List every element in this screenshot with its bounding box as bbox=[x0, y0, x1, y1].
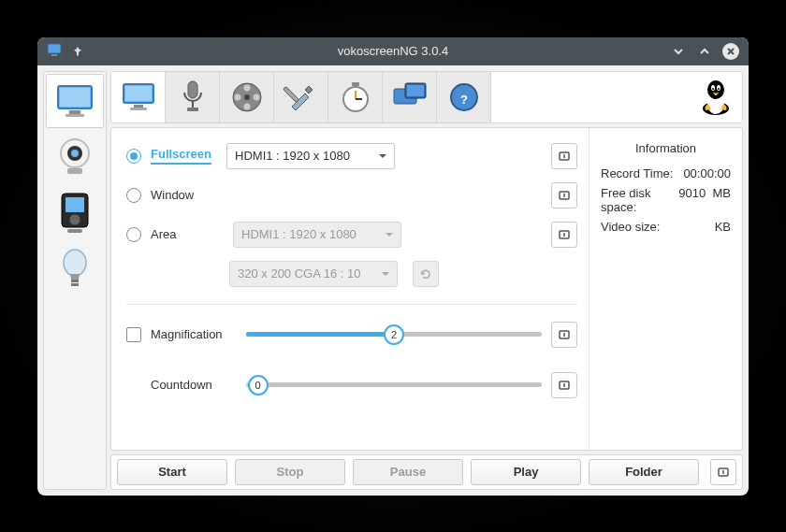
nav-webcam[interactable] bbox=[46, 130, 104, 184]
svg-rect-15 bbox=[71, 280, 79, 282]
monitor-icon bbox=[121, 81, 156, 113]
magnification-slider-thumb[interactable]: 2 bbox=[384, 324, 404, 345]
svg-point-45 bbox=[712, 88, 714, 90]
svg-rect-37 bbox=[407, 85, 424, 96]
tux-icon bbox=[700, 79, 732, 116]
svg-point-27 bbox=[253, 93, 259, 100]
screens-icon bbox=[392, 81, 428, 113]
magnification-help-button[interactable] bbox=[551, 322, 577, 348]
button-bar: Start Stop Pause Play Folder bbox=[110, 454, 743, 490]
nav-light[interactable] bbox=[46, 242, 104, 296]
svg-point-14 bbox=[64, 250, 86, 276]
countdown-slider-thumb[interactable]: 0 bbox=[248, 375, 269, 395]
pause-button: Pause bbox=[353, 459, 463, 485]
svg-point-12 bbox=[69, 214, 80, 225]
area-radio[interactable] bbox=[126, 227, 141, 242]
svg-rect-19 bbox=[134, 105, 143, 108]
free-space-value: 9010 bbox=[678, 186, 706, 200]
svg-rect-4 bbox=[69, 110, 80, 114]
area-label: Area bbox=[151, 227, 224, 241]
area-reset-button bbox=[413, 261, 439, 287]
svg-point-26 bbox=[243, 84, 250, 91]
reset-icon bbox=[419, 267, 432, 280]
titlebar: vokoscreenNG 3.0.4 bbox=[37, 37, 749, 65]
bulb-icon bbox=[58, 248, 92, 291]
video-size-label: Video size: bbox=[601, 220, 660, 234]
magnification-checkbox[interactable] bbox=[126, 327, 141, 342]
area-display-select: HDMI1 : 1920 x 1080 bbox=[233, 222, 401, 248]
info-panel: Information Record Time:00:00:00 Free di… bbox=[589, 128, 742, 450]
svg-point-42 bbox=[707, 80, 724, 99]
help-icon: ? bbox=[448, 81, 480, 113]
tab-codec[interactable] bbox=[220, 72, 274, 122]
area-help-button[interactable] bbox=[551, 222, 577, 248]
record-time-value: 00:00:00 bbox=[683, 166, 731, 180]
svg-rect-34 bbox=[352, 82, 359, 86]
fullscreen-label: Fullscreen bbox=[151, 147, 211, 165]
svg-rect-9 bbox=[67, 168, 82, 174]
window-radio[interactable] bbox=[126, 188, 141, 203]
svg-rect-16 bbox=[71, 283, 79, 286]
area-preset-select: 320 x 200 CGA 16 : 10 bbox=[229, 261, 398, 287]
clock-icon bbox=[339, 80, 372, 114]
tools-icon bbox=[284, 80, 318, 114]
fullscreen-radio[interactable] bbox=[126, 149, 141, 164]
free-space-unit: MB bbox=[713, 186, 732, 200]
stop-button: Stop bbox=[235, 459, 345, 485]
app-window: vokoscreenNG 3.0.4 bbox=[37, 37, 749, 496]
display-select[interactable]: HDMI1 : 1920 x 1080 bbox=[226, 143, 395, 169]
window-title: vokoscreenNG 3.0.4 bbox=[37, 44, 749, 58]
fullscreen-help-button[interactable] bbox=[551, 143, 577, 169]
monitor-icon bbox=[54, 82, 95, 120]
countdown-slider[interactable]: 0 bbox=[246, 374, 542, 396]
media-player-icon bbox=[58, 192, 92, 235]
window-label: Window bbox=[151, 188, 224, 202]
top-tabs: ? bbox=[110, 71, 743, 123]
svg-point-28 bbox=[243, 103, 250, 109]
play-button[interactable]: Play bbox=[471, 459, 581, 485]
free-space-label: Free disk space: bbox=[601, 186, 678, 214]
start-button[interactable]: Start bbox=[117, 459, 227, 485]
tab-audio[interactable] bbox=[166, 72, 220, 122]
left-nav bbox=[43, 71, 107, 490]
maximize-button[interactable] bbox=[696, 43, 713, 60]
linux-logo bbox=[690, 72, 742, 122]
tab-misc[interactable] bbox=[274, 72, 328, 122]
svg-rect-23 bbox=[187, 108, 198, 111]
svg-point-8 bbox=[71, 150, 79, 157]
content-panel: Fullscreen HDMI1 : 1920 x 1080 Window Ar… bbox=[110, 127, 743, 451]
bar-help-button[interactable] bbox=[710, 459, 736, 485]
webcam-icon bbox=[56, 137, 94, 178]
magnification-slider[interactable]: 2 bbox=[246, 324, 542, 346]
film-reel-icon bbox=[230, 80, 264, 114]
svg-point-29 bbox=[234, 93, 240, 100]
microphone-icon bbox=[178, 79, 208, 115]
close-button[interactable] bbox=[722, 43, 739, 60]
countdown-help-button[interactable] bbox=[551, 372, 577, 398]
svg-rect-13 bbox=[67, 229, 82, 233]
tab-help[interactable]: ? bbox=[437, 72, 491, 122]
video-size-unit: KB bbox=[715, 220, 731, 234]
svg-rect-5 bbox=[66, 114, 84, 117]
tab-timer[interactable] bbox=[328, 72, 383, 122]
countdown-label: Countdown bbox=[151, 378, 237, 392]
window-help-button[interactable] bbox=[551, 182, 577, 208]
nav-player[interactable] bbox=[46, 186, 104, 240]
magnification-label: Magnification bbox=[151, 327, 237, 341]
info-heading: Information bbox=[601, 141, 731, 155]
nav-screen[interactable] bbox=[46, 74, 104, 128]
svg-rect-3 bbox=[60, 88, 90, 107]
tab-screen[interactable] bbox=[111, 72, 166, 122]
tab-display[interactable] bbox=[383, 72, 437, 122]
svg-rect-11 bbox=[66, 197, 84, 212]
svg-rect-30 bbox=[283, 86, 298, 102]
svg-point-46 bbox=[718, 88, 720, 90]
record-time-label: Record Time: bbox=[601, 166, 673, 180]
svg-point-25 bbox=[244, 94, 250, 100]
minimize-button[interactable] bbox=[670, 43, 687, 60]
svg-rect-21 bbox=[188, 81, 197, 98]
svg-rect-18 bbox=[125, 86, 152, 101]
svg-rect-20 bbox=[130, 108, 147, 110]
svg-text:?: ? bbox=[460, 93, 468, 107]
folder-button[interactable]: Folder bbox=[589, 459, 699, 485]
